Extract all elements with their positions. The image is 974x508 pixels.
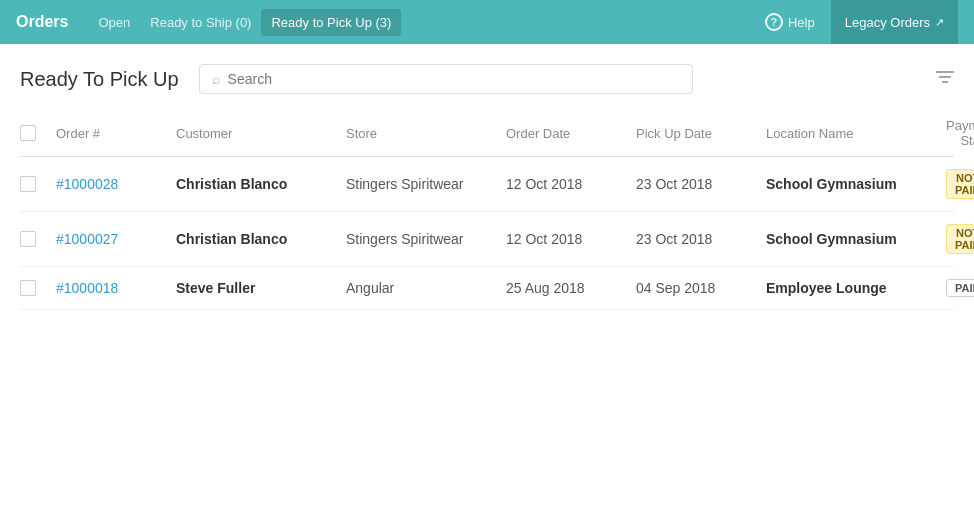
payment-cell-0: NOT PAID: [946, 169, 974, 199]
store-name-2: Angular: [346, 280, 506, 296]
order-date-2: 25 Aug 2018: [506, 280, 636, 296]
table-header: Order # Customer Store Order Date Pick U…: [20, 110, 954, 157]
help-icon: ?: [765, 13, 783, 31]
row-checkbox-1[interactable]: [20, 231, 36, 247]
page-title: Ready To Pick Up: [20, 68, 179, 91]
search-icon: ⌕: [212, 71, 220, 87]
payment-badge-1: NOT PAID: [946, 224, 974, 254]
payment-cell-1: NOT PAID: [946, 224, 974, 254]
order-link-2[interactable]: #1000018: [56, 280, 118, 296]
order-link-0[interactable]: #1000028: [56, 176, 118, 192]
pickup-date-2: 04 Sep 2018: [636, 280, 766, 296]
location-name-1: School Gymnasium: [766, 231, 946, 247]
filter-button[interactable]: [936, 70, 954, 88]
nav-tab-open[interactable]: Open: [88, 9, 140, 36]
app-title: Orders: [16, 13, 68, 31]
col-header-order: Order #: [56, 126, 176, 141]
external-link-icon: ↗: [935, 16, 944, 29]
col-header-store: Store: [346, 126, 506, 141]
location-name-0: School Gymnasium: [766, 176, 946, 192]
pickup-date-0: 23 Oct 2018: [636, 176, 766, 192]
store-name-0: Stingers Spiritwear: [346, 176, 506, 192]
location-name-2: Employee Lounge: [766, 280, 946, 296]
order-date-1: 12 Oct 2018: [506, 231, 636, 247]
col-header-customer: Customer: [176, 126, 346, 141]
order-link-1[interactable]: #1000027: [56, 231, 118, 247]
payment-cell-2: PAID: [946, 279, 974, 297]
search-container: ⌕: [199, 64, 693, 94]
store-name-1: Stingers Spiritwear: [346, 231, 506, 247]
nav-tabs: OpenReady to Ship (0)Ready to Pick Up (3…: [88, 14, 401, 30]
table-body: #1000028 Christian Blanco Stingers Spiri…: [20, 157, 954, 310]
customer-name-1: Christian Blanco: [176, 231, 346, 247]
col-header-pickup-date: Pick Up Date: [636, 126, 766, 141]
legacy-orders-button[interactable]: Legacy Orders ↗: [831, 0, 958, 44]
pickup-date-1: 23 Oct 2018: [636, 231, 766, 247]
top-bar: Ready To Pick Up ⌕: [20, 64, 954, 94]
col-header-payment: Payment Status: [946, 118, 974, 148]
col-header-order-date: Order Date: [506, 126, 636, 141]
payment-badge-0: NOT PAID: [946, 169, 974, 199]
orders-table: Order # Customer Store Order Date Pick U…: [20, 110, 954, 310]
table-row: #1000028 Christian Blanco Stingers Spiri…: [20, 157, 954, 212]
legacy-orders-label: Legacy Orders: [845, 15, 930, 30]
main-content: Ready To Pick Up ⌕ Order # Customer Stor…: [0, 44, 974, 330]
help-button[interactable]: ? Help: [765, 13, 815, 31]
select-all-checkbox[interactable]: [20, 125, 36, 141]
payment-badge-2: PAID: [946, 279, 974, 297]
table-row: #1000018 Steve Fuller Angular 25 Aug 201…: [20, 267, 954, 310]
order-date-0: 12 Oct 2018: [506, 176, 636, 192]
nav-tab-ready-to-pickup[interactable]: Ready to Pick Up (3): [261, 9, 401, 36]
customer-name-2: Steve Fuller: [176, 280, 346, 296]
row-checkbox-2[interactable]: [20, 280, 36, 296]
help-label: Help: [788, 15, 815, 30]
table-row: #1000027 Christian Blanco Stingers Spiri…: [20, 212, 954, 267]
nav-tab-ready-to-ship[interactable]: Ready to Ship (0): [140, 9, 261, 36]
search-input[interactable]: [228, 71, 680, 87]
row-checkbox-0[interactable]: [20, 176, 36, 192]
header: Orders OpenReady to Ship (0)Ready to Pic…: [0, 0, 974, 44]
col-header-location: Location Name: [766, 126, 946, 141]
customer-name-0: Christian Blanco: [176, 176, 346, 192]
